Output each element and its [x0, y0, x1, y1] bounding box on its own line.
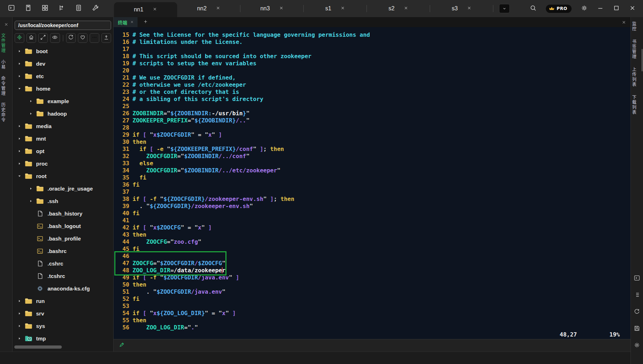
tree-item-opt[interactable]: opt: [13, 145, 113, 157]
favorite-button[interactable]: [78, 33, 88, 43]
tree-item-.bash_history[interactable]: .bash_history: [13, 207, 113, 220]
chevron-right-icon[interactable]: [28, 99, 33, 103]
tab-nn3[interactable]: nn3: [240, 0, 304, 17]
chevron-right-icon[interactable]: [17, 312, 22, 315]
tree-item-label: dev: [36, 61, 45, 67]
search-icon[interactable]: [530, 5, 537, 13]
path-input[interactable]: /usr/local/zookeeper/conf: [15, 21, 111, 30]
session-tree-icon[interactable]: [58, 4, 65, 13]
save-icon[interactable]: [634, 325, 640, 333]
right-sidebar-label-4[interactable]: 下载列表: [631, 95, 643, 115]
horizontal-scrollbar[interactable]: [14, 345, 62, 349]
highlighter-pen-icon[interactable]: [119, 342, 125, 349]
tab-close-icon[interactable]: [340, 5, 345, 12]
tree-item-.cshrc[interactable]: .cshrc: [13, 257, 113, 270]
chevron-right-icon[interactable]: [28, 187, 33, 191]
chevron-right-icon[interactable]: [17, 324, 22, 328]
tree-item-run[interactable]: run: [13, 295, 113, 307]
new-terminal-icon[interactable]: [143, 19, 148, 25]
new-session-icon[interactable]: [25, 4, 32, 13]
panel-close-icon[interactable]: [0, 17, 12, 27]
tree-item-root[interactable]: root: [13, 170, 113, 182]
tab-list-dropdown-button[interactable]: [499, 4, 510, 13]
tab-close-icon[interactable]: [153, 6, 157, 13]
right-sidebar-label-1[interactable]: 监控: [631, 21, 643, 31]
line-number: 25: [119, 103, 129, 110]
tree-item-.bashrc[interactable]: .bashrc: [13, 245, 113, 257]
more-button[interactable]: [90, 33, 99, 43]
refresh-icon[interactable]: [634, 308, 640, 316]
tab-close-icon[interactable]: [279, 5, 284, 12]
vertical-scrollbar[interactable]: [642, 49, 643, 71]
tree-item-srv[interactable]: srv: [13, 307, 113, 320]
chevron-right-icon[interactable]: [28, 112, 33, 116]
chevron-right-icon[interactable]: [17, 74, 22, 78]
settings-icon[interactable]: [634, 342, 640, 350]
terminal-window-icon[interactable]: [8, 4, 15, 13]
tree-item-boot[interactable]: boot: [13, 45, 113, 57]
fit-button[interactable]: [38, 33, 48, 43]
tree-item-sys[interactable]: sys: [13, 320, 113, 332]
server-list-icon[interactable]: [75, 4, 82, 13]
tab-nn1[interactable]: nn1: [114, 2, 177, 17]
tab-s3[interactable]: s3: [430, 0, 493, 17]
right-sidebar-label-2[interactable]: 书签管理: [631, 39, 643, 59]
tree-item-tmp[interactable]: tmp: [13, 332, 113, 345]
tools-icon[interactable]: [92, 4, 99, 13]
sidebar-label-2[interactable]: 小易: [0, 60, 12, 70]
tree-item-home[interactable]: home: [13, 82, 113, 95]
tree-item-.tcshrc[interactable]: .tcshrc: [13, 270, 113, 282]
tree-item-.bash_logout[interactable]: .bash_logout: [13, 220, 113, 232]
chevron-down-icon[interactable]: [17, 174, 22, 178]
tree-item-.ssh[interactable]: .ssh: [13, 195, 113, 207]
upload-button[interactable]: [101, 33, 111, 43]
terminal-tab[interactable]: 终端: [114, 17, 138, 27]
vim-editor[interactable]: 15# See the License for the specific lan…: [114, 27, 630, 339]
chevron-right-icon[interactable]: [17, 137, 22, 141]
layout-icon[interactable]: [41, 4, 49, 13]
sidebar-label-1[interactable]: 文件管理: [0, 33, 12, 53]
sidebar-label-4[interactable]: 历史命令: [0, 102, 12, 122]
tab-close-icon[interactable]: [467, 5, 472, 12]
tree-item-.bash_profile[interactable]: .bash_profile: [13, 232, 113, 245]
tree-item-example[interactable]: example: [13, 95, 113, 107]
chevron-right-icon[interactable]: [17, 62, 22, 66]
tab-s2[interactable]: s2: [367, 0, 430, 17]
chevron-down-icon[interactable]: [17, 87, 22, 91]
chevron-right-icon[interactable]: [17, 337, 22, 340]
chevron-right-icon[interactable]: [17, 49, 22, 53]
terminal-tab-close-icon[interactable]: [130, 20, 134, 25]
tree-item-media[interactable]: media: [13, 120, 113, 132]
right-sidebar-label-3[interactable]: 上传列表: [631, 67, 643, 87]
tree-item-dev[interactable]: dev: [13, 57, 113, 70]
tab-close-icon[interactable]: [404, 5, 408, 12]
tree-item-anaconda-ks.cfg[interactable]: anaconda-ks.cfg: [13, 282, 113, 295]
chevron-right-icon[interactable]: [17, 299, 22, 303]
tree-item-mnt[interactable]: mnt: [13, 132, 113, 145]
task-list-icon[interactable]: [634, 292, 640, 299]
tree-item-proc[interactable]: proc: [13, 157, 113, 170]
tree-item-etc[interactable]: etc: [13, 70, 113, 82]
settings-gear-icon[interactable]: [581, 5, 588, 13]
tree-item-hadoop[interactable]: hadoop: [13, 107, 113, 120]
refresh-button[interactable]: [66, 33, 76, 43]
maximize-icon[interactable]: [613, 5, 620, 13]
chevron-right-icon[interactable]: [17, 149, 22, 153]
home-button[interactable]: [26, 33, 36, 43]
sidebar-label-3[interactable]: 命令管理: [0, 76, 12, 96]
tab-close-icon[interactable]: [216, 5, 220, 12]
tree-item-.oracle_jre_usage[interactable]: .oracle_jre_usage: [13, 182, 113, 195]
minimize-icon[interactable]: [597, 5, 604, 13]
editor-close-icon[interactable]: [622, 20, 626, 26]
chevron-right-icon[interactable]: [28, 199, 33, 203]
pro-badge[interactable]: PRO: [546, 5, 572, 13]
terminal-window-icon[interactable]: [634, 275, 640, 283]
locate-button[interactable]: [15, 33, 24, 43]
file-panel-toolbar: [15, 33, 111, 43]
chevron-right-icon[interactable]: [17, 162, 22, 166]
view-button[interactable]: [50, 33, 60, 43]
tab-s1[interactable]: s1: [304, 0, 367, 17]
close-icon[interactable]: [629, 5, 636, 13]
tab-nn2[interactable]: nn2: [177, 0, 240, 17]
chevron-right-icon[interactable]: [17, 124, 22, 128]
